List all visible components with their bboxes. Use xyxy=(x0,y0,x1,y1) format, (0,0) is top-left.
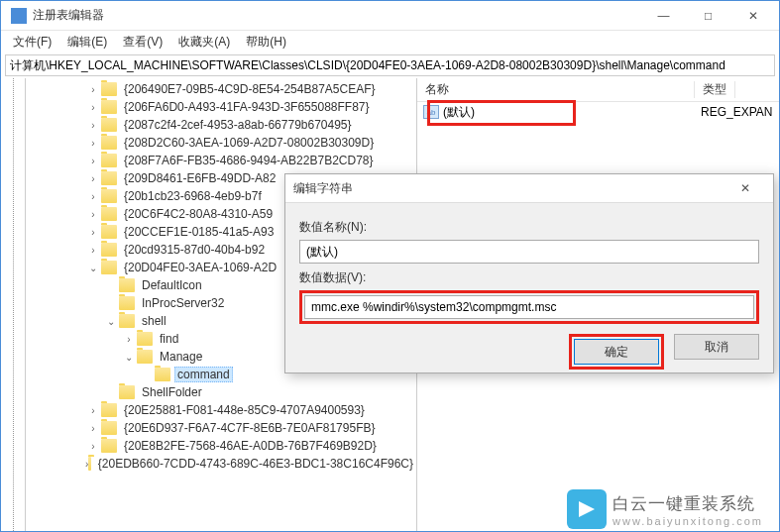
dialog-title: 编辑字符串 xyxy=(293,180,725,197)
menu-favorites[interactable]: 收藏夹(A) xyxy=(170,32,238,53)
tree-toggle-icon[interactable]: ⌄ xyxy=(103,316,119,327)
list-header: 名称 类型 xyxy=(417,78,779,102)
tree-item-label: {20C6F4C2-80A8-4310-A59 xyxy=(121,206,276,222)
menu-help[interactable]: 帮助(H) xyxy=(238,32,294,53)
dialog-close-button[interactable]: ✕ xyxy=(725,174,765,202)
tree-item-label: {206490E7-09B5-4C9D-8E54-254B87A5CEAF} xyxy=(121,81,379,97)
tree-item-label: DefaultIcon xyxy=(139,277,205,293)
folder-icon xyxy=(101,403,117,417)
value-data-label: 数值数据(V): xyxy=(299,269,759,286)
highlight-value-data xyxy=(299,290,759,324)
tree-item[interactable]: ›{20EDB660-7CDD-4743-689C-46E3-BDC1-38C1… xyxy=(26,455,416,473)
folder-icon xyxy=(101,225,117,239)
folder-icon xyxy=(101,171,117,185)
tree-item-label: command xyxy=(174,367,233,382)
tree-item-label: {209D8461-E6FB-49DD-A82 xyxy=(121,170,279,186)
value-type-cell: REG_EXPAN xyxy=(701,105,772,119)
folder-icon xyxy=(101,189,117,203)
address-bar[interactable] xyxy=(5,54,775,76)
tree-item[interactable]: ›{208F7A6F-FB35-4686-9494-AB22B7B2CD78} xyxy=(26,152,416,169)
col-name[interactable]: 名称 xyxy=(417,81,695,98)
dialog-body: 数值名称(N): 数值数据(V): xyxy=(285,203,773,334)
tree-item-label: InProcServer32 xyxy=(139,295,227,311)
tree-item-label: {208F7A6F-FB35-4686-9494-AB22B7B2CD78} xyxy=(121,153,377,168)
tree-item[interactable]: ›{2087c2f4-2cef-4953-a8ab-66779b670495} xyxy=(26,116,416,134)
tree-toggle-icon[interactable]: › xyxy=(85,441,101,452)
tree-item-label: {20D04FE0-3AEA-1069-A2D xyxy=(121,260,279,275)
watermark: 白云一键重装系统 www.baiyunxitong.com xyxy=(567,489,763,529)
minimize-button[interactable]: — xyxy=(641,1,686,30)
folder-icon xyxy=(101,421,117,435)
tree-toggle-icon[interactable]: › xyxy=(85,156,101,166)
edit-string-dialog: 编辑字符串 ✕ 数值名称(N): 数值数据(V): 确定 取消 xyxy=(284,173,774,373)
menu-view[interactable]: 查看(V) xyxy=(115,32,170,53)
folder-icon xyxy=(101,261,117,274)
tree-item-label: {208D2C60-3AEA-1069-A2D7-08002B30309D} xyxy=(121,135,377,151)
tree-toggle-icon[interactable]: › xyxy=(85,423,101,434)
tree-toggle-icon[interactable]: ⌄ xyxy=(85,263,101,273)
tree-toggle-icon[interactable]: › xyxy=(85,102,101,113)
value-data-input[interactable] xyxy=(304,295,754,319)
folder-icon xyxy=(101,82,117,96)
tree-item[interactable]: ›{208D2C60-3AEA-1069-A2D7-08002B30309D} xyxy=(26,134,416,152)
value-name-input[interactable] xyxy=(299,240,759,264)
folder-icon xyxy=(101,243,117,257)
watermark-line1: 白云一键重装系统 xyxy=(613,492,763,515)
tree-item[interactable]: ›{20E6D937-F6A7-4C7F-8E6B-7E0AF81795FB} xyxy=(26,419,416,437)
maximize-button[interactable]: □ xyxy=(686,1,730,30)
folder-icon xyxy=(101,207,117,221)
tree-item[interactable]: ›{20E8B2FE-7568-46AE-A0DB-76B7F469B92D} xyxy=(26,437,416,455)
tree-item[interactable]: ›{20E25881-F081-448e-85C9-4707A9400593} xyxy=(26,401,416,419)
folder-icon xyxy=(101,136,117,150)
menu-edit[interactable]: 编辑(E) xyxy=(59,32,115,53)
tree-toggle-icon[interactable]: › xyxy=(85,191,101,202)
close-button[interactable]: ✕ xyxy=(730,1,775,30)
watermark-line2: www.baiyunxitong.com xyxy=(613,515,763,527)
folder-icon xyxy=(119,385,135,399)
folder-icon xyxy=(101,100,117,114)
cancel-button[interactable]: 取消 xyxy=(674,334,759,360)
tree-item-label: {20E8B2FE-7568-46AE-A0DB-76B7F469B92D} xyxy=(121,438,380,454)
tree-toggle-icon[interactable]: › xyxy=(85,405,101,416)
dialog-titlebar: 编辑字符串 ✕ xyxy=(285,174,773,203)
folder-icon xyxy=(101,118,117,132)
tree-toggle-icon[interactable]: › xyxy=(85,209,101,220)
folder-icon xyxy=(101,154,117,167)
menu-file[interactable]: 文件(F) xyxy=(5,32,59,53)
app-icon xyxy=(11,8,27,24)
menubar: 文件(F) 编辑(E) 查看(V) 收藏夹(A) 帮助(H) xyxy=(1,31,779,53)
ok-button[interactable]: 确定 xyxy=(574,339,659,365)
tree-item-label: {20EDB660-7CDD-4743-689C-46E3-BDC1-38C16… xyxy=(95,456,416,472)
tree-item-label: {206FA6D0-A493-41FA-943D-3F655088FF87} xyxy=(121,99,373,115)
tree-item-label: {20cd9315-87d0-40b4-b92 xyxy=(121,242,268,258)
folder-icon xyxy=(155,368,170,381)
folder-icon xyxy=(137,350,153,364)
tree-item-label: {20E25881-F081-448e-85C9-4707A9400593} xyxy=(121,402,368,418)
window-title: 注册表编辑器 xyxy=(33,7,641,24)
tree-toggle-icon[interactable]: › xyxy=(85,173,101,184)
tree-toggle-icon[interactable]: › xyxy=(85,84,101,95)
value-name-label: 数值名称(N): xyxy=(299,219,759,236)
tree-item-label: {20CCEF1E-0185-41a5-A93 xyxy=(121,224,277,240)
highlight-ok: 确定 xyxy=(569,334,664,370)
folder-icon xyxy=(137,332,153,346)
watermark-logo-icon xyxy=(567,489,607,529)
tree-item[interactable]: ShellFolder xyxy=(26,383,416,401)
tree-toggle-icon[interactable]: ⌄ xyxy=(121,352,137,363)
tree-item-label: {20E6D937-F6A7-4C7F-8E6B-7E0AF81795FB} xyxy=(121,420,378,436)
tree-toggle-icon[interactable]: › xyxy=(85,227,101,238)
tree-toggle-icon[interactable]: › xyxy=(85,120,101,131)
tree-item[interactable]: ›{206490E7-09B5-4C9D-8E54-254B87A5CEAF} xyxy=(26,80,416,98)
folder-icon xyxy=(119,296,135,310)
nav-gutter xyxy=(1,78,26,531)
tree-toggle-icon[interactable]: › xyxy=(85,245,101,256)
tree-item-label: shell xyxy=(139,313,169,329)
folder-icon xyxy=(101,439,117,453)
tree-item[interactable]: ›{206FA6D0-A493-41FA-943D-3F655088FF87} xyxy=(26,98,416,116)
col-type[interactable]: 类型 xyxy=(695,81,735,98)
tree-toggle-icon[interactable]: › xyxy=(121,334,137,345)
tree-item-label: Manage xyxy=(157,349,205,365)
folder-icon xyxy=(119,278,135,292)
tree-toggle-icon[interactable]: › xyxy=(85,138,101,149)
address-input[interactable] xyxy=(10,58,770,72)
